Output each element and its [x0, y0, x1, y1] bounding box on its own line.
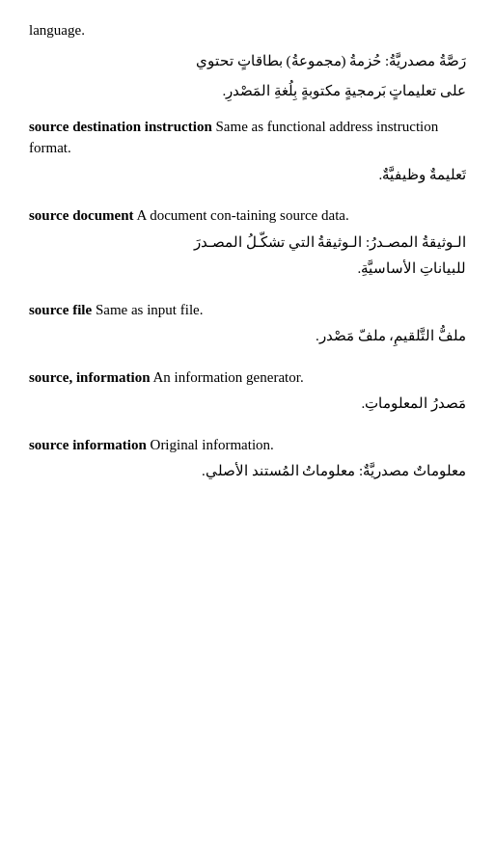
arabic-si2: معلوماتٌ مصدريَّةٌ: معلوماتُ المُستند ال… — [29, 459, 466, 484]
intro-arabic-line2: على تعليماتٍ بَرمجيةٍ مكتوبةٍ بِلُغةِ ال… — [29, 79, 466, 104]
def-si2: Original information. — [147, 437, 274, 452]
page-content: language. رَصَّةُ مصدريَّةُ: حُزمةُ (مجم… — [29, 19, 466, 484]
entry-source-file: source file Same as input file. ملفُّ ال… — [29, 299, 466, 349]
arabic-sf: ملفُّ التَّلقيمِ، ملفّ مَصْدر. — [29, 324, 466, 349]
entry-header-sd: source document A document con-taining s… — [29, 204, 466, 227]
arabic-sd-line2: للبياناتِ الأساسيَّةِ. — [29, 257, 466, 282]
entry-header-sdi: source destination instruction Same as f… — [29, 116, 466, 159]
intro-line1: language. — [29, 19, 466, 41]
intro-arabic-line1: رَصَّةُ مصدريَّةُ: حُزمةُ (مجموعةُ) بطاق… — [29, 49, 466, 74]
term-sd: source document — [29, 207, 133, 223]
arabic-sd-line1: الـوثيقةُ المصـدرُ: الـوثيقةُ التي تشكّـ… — [29, 231, 466, 256]
term-si: source, information — [29, 369, 151, 385]
entry-source-information: source, information An information gener… — [29, 366, 466, 417]
entry-header-sf: source file Same as input file. — [29, 299, 466, 321]
def-sf: Same as input file. — [92, 302, 203, 317]
def-si: An information generator. — [151, 369, 304, 385]
entry-source-document: source document A document con-taining s… — [29, 204, 466, 282]
term-sdi: source destination instruction — [29, 119, 212, 134]
term-sf: source file — [29, 302, 92, 317]
entry-source-information-2: source information Original information.… — [29, 434, 466, 484]
entry-header-si2: source information Original information. — [29, 434, 466, 456]
def-sd: A document con-taining source data. — [133, 207, 348, 223]
arabic-sdi: تَعليمةٌ وظيفيَّةٌ. — [29, 163, 466, 188]
term-si2: source information — [29, 437, 147, 452]
entry-header-si: source, information An information gener… — [29, 366, 466, 389]
arabic-si: مَصدرُ المعلوماتِ. — [29, 392, 466, 417]
entry-source-destination-instruction: source destination instruction Same as f… — [29, 116, 466, 188]
